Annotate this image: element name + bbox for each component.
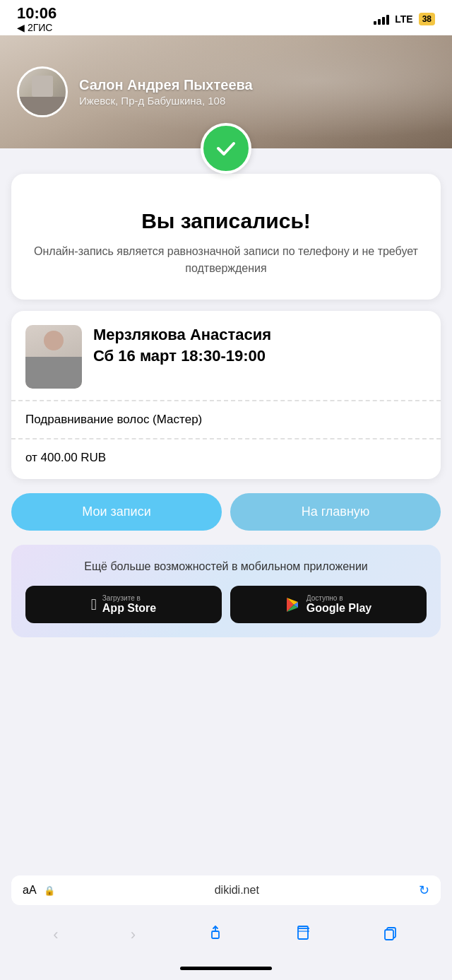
lte-label: LTE (395, 13, 412, 25)
status-time: 10:06 (17, 5, 56, 22)
url-bar[interactable]: аА 🔒 dikidi.net ↻ (11, 875, 441, 905)
url-field[interactable]: dikidi.net (62, 884, 412, 897)
salon-name: Салон Андрея Пыхтеева (79, 77, 253, 93)
price-section: от 400.00 RUB (25, 439, 427, 479)
google-play-button[interactable]: Доступно в Google Play (230, 586, 427, 623)
share-button[interactable] (202, 919, 229, 950)
home-indicator-bar (180, 967, 272, 970)
back-button[interactable]: ‹ (47, 920, 64, 950)
status-left: 10:06 ◀ 2ГИС (17, 5, 56, 33)
google-play-label: Доступно в Google Play (307, 594, 371, 615)
booking-top: Мерзлякова Анастасия Сб 16 март 18:30-19… (25, 325, 427, 389)
browser-navigation: ‹ › (0, 911, 452, 956)
salon-avatar (17, 66, 68, 117)
bookmarks-button[interactable] (290, 919, 317, 950)
status-right: LTE 38 (374, 13, 435, 25)
master-avatar (25, 325, 82, 389)
salon-info: Салон Андрея Пыхтеева Ижевск, Пр-д Бабуш… (79, 77, 253, 107)
svg-rect-4 (212, 931, 219, 938)
svg-rect-7 (385, 930, 393, 940)
checkmark-container (0, 123, 452, 174)
tabs-button[interactable] (378, 919, 405, 950)
salon-avatar-image (19, 69, 66, 115)
action-buttons: Мои записи На главную (11, 493, 441, 531)
booking-card: Мерзлякова Анастасия Сб 16 март 18:30-19… (11, 311, 441, 479)
main-content: Вы записались! Онлайн-запись является ра… (0, 148, 452, 637)
app-store-name: App Store (102, 602, 156, 615)
back-nav[interactable]: ◀ 2ГИС (17, 22, 52, 33)
battery-indicator: 38 (419, 13, 435, 25)
refresh-icon[interactable]: ↻ (419, 882, 429, 898)
google-play-icon (285, 597, 301, 613)
price-text: от 400.00 RUB (25, 451, 427, 465)
service-name: Подравнивание волос (Мастер) (25, 413, 427, 427)
success-description: Онлайн-запись является равнозначной запи… (28, 243, 424, 277)
app-store-button[interactable]:  Загрузите в App Store (25, 586, 222, 623)
checkmark-icon (213, 136, 239, 161)
bookmarks-icon (296, 925, 311, 940)
app-promo-section: Ещё больше возможностей в мобильном прил… (11, 545, 441, 637)
tabs-icon (383, 925, 399, 940)
master-name: Мерзлякова Анастасия (93, 325, 427, 346)
home-indicator (0, 956, 452, 980)
browser-bar: аА 🔒 dikidi.net ↻ (0, 867, 452, 911)
lock-icon: 🔒 (44, 885, 55, 896)
app-store-label: Загрузите в App Store (102, 594, 156, 615)
success-checkmark (201, 123, 251, 174)
google-play-name: Google Play (307, 602, 371, 615)
service-section: Подравнивание волос (Мастер) (25, 401, 427, 438)
text-size-button[interactable]: аА (23, 884, 37, 897)
forward-button[interactable]: › (125, 920, 141, 950)
status-bar: 10:06 ◀ 2ГИС LTE 38 (0, 0, 452, 35)
success-card: Вы записались! Онлайн-запись является ра… (11, 174, 441, 300)
signal-icon (374, 13, 389, 25)
my-bookings-button[interactable]: Мои записи (11, 493, 222, 531)
success-title: Вы записались! (28, 209, 424, 233)
apple-icon:  (91, 596, 97, 614)
booking-datetime: Сб 16 март 18:30-19:00 (93, 347, 427, 365)
master-info: Мерзлякова Анастасия Сб 16 март 18:30-19… (93, 325, 427, 365)
salon-address: Ижевск, Пр-д Бабушкина, 108 (79, 95, 253, 107)
share-icon (208, 925, 223, 940)
store-buttons-row:  Загрузите в App Store Доступно в Googl… (25, 586, 427, 623)
app-promo-text: Ещё больше возможностей в мобильном прил… (25, 559, 427, 574)
home-button[interactable]: На главную (230, 493, 441, 531)
